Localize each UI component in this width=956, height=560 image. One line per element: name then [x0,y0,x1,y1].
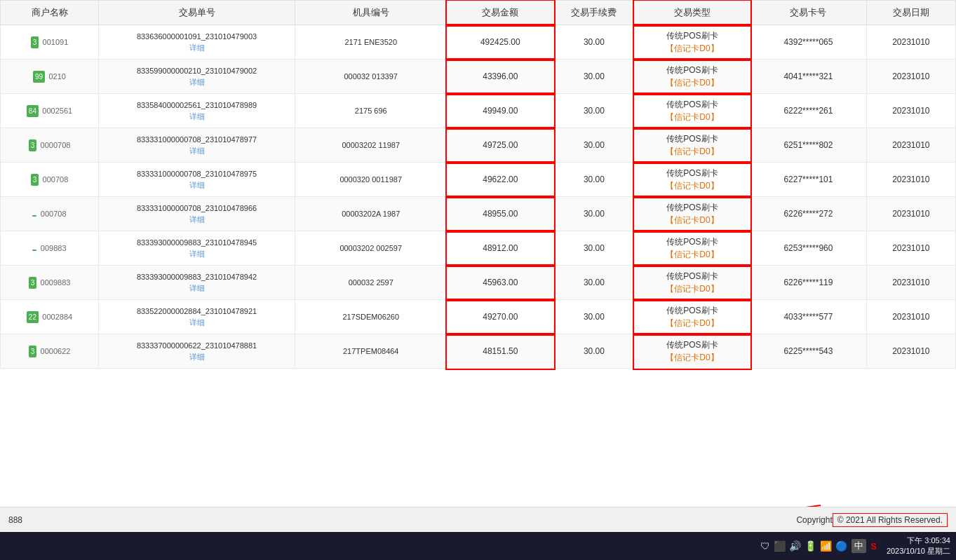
taskbar-icons: 🛡 ⬛ 🔊 🔋 📶 🔵 [760,540,847,552]
detail-link-2[interactable]: 详细 [103,111,290,123]
table-row: 3 000708 833331000000708_231010478975 详细… [1,163,956,197]
cell-order-9: 833337000000622_231010478881 详细 [99,334,295,369]
cell-type-5: 传统POS刷卡 【信记卡D0】 [634,197,750,231]
cell-merchant-2: 84 0002561 [1,94,99,128]
detail-link-4[interactable]: 详细 [103,179,290,191]
cell-amount-9: 48151.50 [447,334,554,369]
cell-date-2: 20231010 [866,94,955,128]
header-merchant: 商户名称 [1,1,99,25]
footer-left-text: 888 [8,515,22,525]
taskbar-icon-2: ⬛ [774,540,786,552]
table-row: 3 0000708 833331000000708_231010478977 详… [1,128,956,163]
detail-link-7[interactable]: 详细 [103,282,290,294]
taskbar-icon-5: 📶 [820,540,832,552]
cell-card-6: 6253*****960 [750,231,866,266]
cell-machine-5: 00003202A 1987 [295,197,447,231]
cell-order-3: 833331000000708_231010478977 详细 [99,128,295,163]
cell-amount-2: 49949.00 [447,94,554,128]
detail-link-5[interactable]: 详细 [103,214,290,226]
cell-merchant-1: 99 0210 [1,60,99,94]
cell-merchant-4: 3 000708 [1,163,99,197]
cell-date-9: 20231010 [866,334,955,369]
header-machine: 机具编号 [295,1,447,25]
cell-machine-3: 00003202 11987 [295,128,447,163]
transactions-table: 商户名称 交易单号 机具编号 交易金额 交易手续费 交易类型 交易卡号 交易日期… [0,0,956,369]
cell-order-2: 833584000002561_231010478989 详细 [99,94,295,128]
cell-machine-9: 217TPEM08464 [295,334,447,369]
cell-card-2: 6222*****261 [750,94,866,128]
table-row: 000708 833331000000708_231010478966 详细 0… [1,197,956,231]
cell-fee-1: 30.00 [554,60,635,94]
cell-merchant-0: 3 001091 [1,25,99,60]
cell-type-7: 传统POS刷卡 【信记卡D0】 [634,266,750,300]
cell-machine-0: 2171 ENE3520 [295,25,447,60]
detail-link-6[interactable]: 详细 [103,248,290,260]
header-order: 交易单号 [99,1,295,25]
cell-amount-0: 492425.00 [447,25,554,60]
detail-link-0[interactable]: 详细 [103,42,290,54]
cell-type-2: 传统POS刷卡 【信记卡D0】 [634,94,750,128]
detail-link-1[interactable]: 详细 [103,76,290,88]
header-type: 交易类型 [634,1,750,25]
cell-amount-3: 49725.00 [447,128,554,163]
taskbar-lang[interactable]: 中 [851,539,866,553]
cell-date-5: 20231010 [866,197,955,231]
cell-card-5: 6226*****272 [750,197,866,231]
cell-merchant-9: 3 0000622 [1,334,99,369]
header-card: 交易卡号 [750,1,866,25]
table-row: 22 0002884 833522000002884_231010478921 … [1,300,956,334]
taskbar-sogou-icon: S [870,541,877,552]
table-header-row: 商户名称 交易单号 机具编号 交易金额 交易手续费 交易类型 交易卡号 交易日期 [1,1,956,25]
cell-fee-4: 30.00 [554,163,635,197]
footer: 888 Copyright © 2021 All Rights Reserved… [0,507,956,532]
detail-link-3[interactable]: 详细 [103,145,290,157]
cell-card-7: 6226*****119 [750,266,866,300]
cell-fee-9: 30.00 [554,334,635,369]
cell-date-3: 20231010 [866,128,955,163]
cell-card-3: 6251*****802 [750,128,866,163]
taskbar-icon-3: 🔊 [789,540,801,552]
taskbar-icon-1: 🛡 [760,540,770,552]
table-row: 3 0000622 833337000000622_231010478881 详… [1,334,956,369]
cell-machine-2: 2175 696 [295,94,447,128]
cell-merchant-6: 009883 [1,231,99,266]
cell-fee-3: 30.00 [554,128,635,163]
cell-machine-1: 000032 013397 [295,60,447,94]
cell-date-8: 20231010 [866,300,955,334]
cell-amount-8: 49270.00 [447,300,554,334]
cell-merchant-8: 22 0002884 [1,300,99,334]
cell-order-7: 833393000009883_231010478942 详细 [99,266,295,300]
main-content: 商户名称 交易单号 机具编号 交易金额 交易手续费 交易类型 交易卡号 交易日期… [0,0,956,505]
footer-copyright: Copyright [796,515,832,525]
cell-type-6: 传统POS刷卡 【信记卡D0】 [634,231,750,266]
cell-order-0: 833636000001091_231010479003 详细 [99,25,295,60]
cell-amount-5: 48955.00 [447,197,554,231]
cell-machine-7: 000032 2597 [295,266,447,300]
cell-fee-7: 30.00 [554,266,635,300]
taskbar-icon-6: 🔵 [835,540,847,552]
cell-order-4: 833331000000708_231010478975 详细 [99,163,295,197]
cell-machine-6: 00003202 002597 [295,231,447,266]
cell-machine-8: 217SDEM06260 [295,300,447,334]
cell-type-1: 传统POS刷卡 【信记卡D0】 [634,60,750,94]
cell-type-3: 传统POS刷卡 【信记卡D0】 [634,128,750,163]
cell-type-0: 传统POS刷卡 【信记卡D0】 [634,25,750,60]
footer-rights: © 2021 All Rights Reserved. [833,513,948,527]
cell-date-1: 20231010 [866,60,955,94]
cell-card-1: 4041*****321 [750,60,866,94]
cell-machine-4: 0000320 0011987 [295,163,447,197]
cell-card-8: 4033*****577 [750,300,866,334]
cell-order-6: 833393000009883_231010478945 详细 [99,231,295,266]
detail-link-9[interactable]: 详细 [103,351,290,363]
cell-amount-6: 48912.00 [447,231,554,266]
cell-fee-8: 30.00 [554,300,635,334]
header-date: 交易日期 [866,1,955,25]
table-row: 3 001091 833636000001091_231010479003 详细… [1,25,956,60]
table-row: 99 0210 833599000000210_231010479002 详细 … [1,60,956,94]
cell-card-0: 4392*****065 [750,25,866,60]
cell-date-0: 20231010 [866,25,955,60]
detail-link-8[interactable]: 详细 [103,317,290,329]
cell-fee-2: 30.00 [554,94,635,128]
header-amount: 交易金额 [447,1,554,25]
cell-amount-1: 43396.00 [447,60,554,94]
